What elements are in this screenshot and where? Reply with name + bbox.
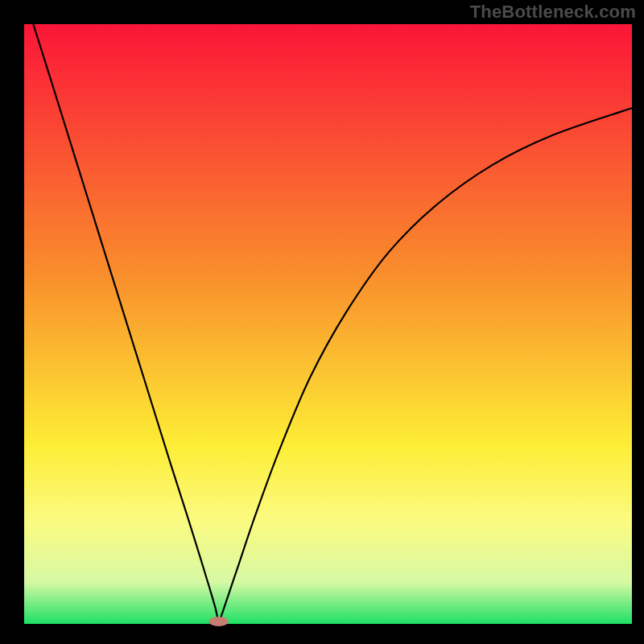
- plot-background: [24, 24, 632, 624]
- bottleneck-chart: [0, 0, 644, 644]
- chart-frame: TheBottleneck.com: [0, 0, 644, 644]
- watermark-label: TheBottleneck.com: [470, 2, 636, 23]
- minimum-marker: [209, 617, 229, 626]
